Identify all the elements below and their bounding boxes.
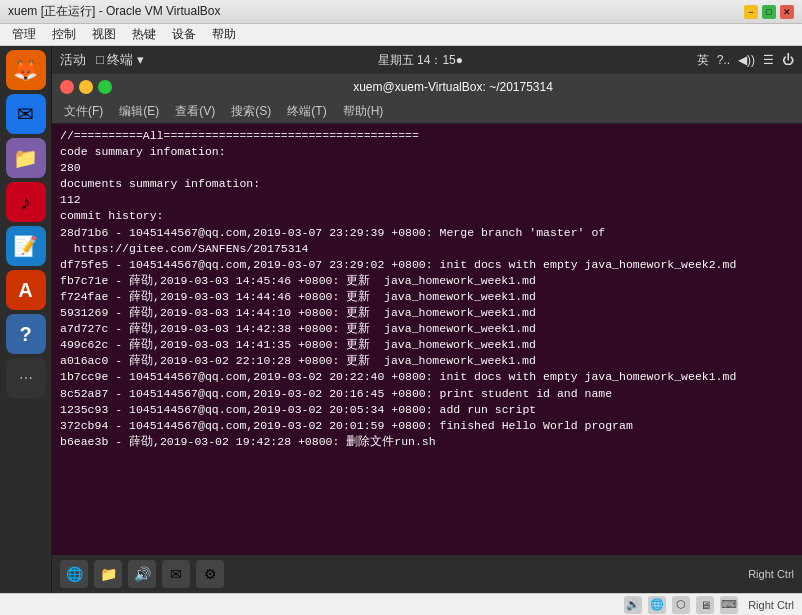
- status-icon-usb[interactable]: ⬡: [672, 596, 690, 614]
- launcher-icon-thunderbird[interactable]: ✉: [6, 94, 46, 134]
- terminal-line: f724fae - 薛劭,2019-03-03 14:44:46 +0800: …: [60, 289, 794, 305]
- right-ctrl-status: Right Ctrl: [748, 599, 794, 611]
- panel-datetime[interactable]: 星期五 14：15●: [144, 52, 697, 69]
- terminal-titlebar: xuem@xuem-VirtualBox: ~/20175314: [52, 74, 802, 100]
- vbox-titlebar: xuem [正在运行] - Oracle VM VirtualBox − □ ✕: [0, 0, 802, 24]
- vbox-menu-manage[interactable]: 管理: [6, 24, 42, 45]
- terminal-menu-terminal[interactable]: 终端(T): [281, 101, 332, 122]
- terminal-line: 372cb94 - 1045144567@qq.com,2019-03-02 2…: [60, 418, 794, 434]
- terminal-line: documents summary infomation:: [60, 176, 794, 192]
- terminal-window-controls: [60, 80, 112, 94]
- vbox-menu-devices[interactable]: 设备: [166, 24, 202, 45]
- terminal-line: https://gitee.com/SANFENs/20175314: [60, 241, 794, 257]
- terminal-line: b6eae3b - 薛劭,2019-03-02 19:42:28 +0800: …: [60, 434, 794, 450]
- vbox-minimize-button[interactable]: −: [744, 5, 758, 19]
- taskbar-icon-folder[interactable]: 📁: [94, 560, 122, 588]
- terminal-maximize-button[interactable]: [98, 80, 112, 94]
- launcher-icon-font[interactable]: A: [6, 270, 46, 310]
- activities-button[interactable]: 活动: [60, 51, 86, 69]
- terminal-menu-search[interactable]: 搜索(S): [225, 101, 277, 122]
- terminal-menu-help[interactable]: 帮助(H): [337, 101, 390, 122]
- vbox-menubar: 管理 控制 视图 热键 设备 帮助: [0, 24, 802, 46]
- taskbar-icon-settings[interactable]: ⚙: [196, 560, 224, 588]
- launcher-icon-help[interactable]: ?: [6, 314, 46, 354]
- terminal-content[interactable]: //==========All=========================…: [52, 124, 802, 555]
- launcher-icon-apps-grid[interactable]: ⋯: [6, 358, 46, 398]
- status-icon-keyboard[interactable]: ⌨: [720, 596, 738, 614]
- taskbar-icon-network[interactable]: 🌐: [60, 560, 88, 588]
- panel-power-icon[interactable]: ⏻: [782, 53, 794, 67]
- ubuntu-desktop: 🦊 ✉ 📁 ♪ 📝 A ? ⋯ 活动 □ 终端 ▾ 星期五 14：15● 英 ?…: [0, 46, 802, 593]
- vbox-statusbar: 🔊 🌐 ⬡ 🖥 ⌨ Right Ctrl: [0, 593, 802, 615]
- status-icon-group: 🔊 🌐 ⬡ 🖥 ⌨ Right Ctrl: [624, 596, 794, 614]
- terminal-line: //==========All=========================…: [60, 128, 794, 144]
- unity-launcher: 🦊 ✉ 📁 ♪ 📝 A ? ⋯: [0, 46, 52, 593]
- terminal-line: 28d71b6 - 1045144567@qq.com,2019-03-07 2…: [60, 225, 794, 241]
- vbox-title-text: xuem [正在运行] - Oracle VM VirtualBox: [8, 3, 744, 20]
- panel-indicator-1[interactable]: ?..: [717, 53, 730, 67]
- panel-volume-icon[interactable]: ◀)): [738, 53, 755, 67]
- terminal-line: code summary infomation:: [60, 144, 794, 160]
- terminal-close-button[interactable]: [60, 80, 74, 94]
- launcher-icon-files[interactable]: 📁: [6, 138, 46, 178]
- vbox-close-button[interactable]: ✕: [780, 5, 794, 19]
- terminal-title: xuem@xuem-VirtualBox: ~/20175314: [112, 80, 794, 94]
- launcher-icon-libreoffice[interactable]: 📝: [6, 226, 46, 266]
- vbox-menu-help[interactable]: 帮助: [206, 24, 242, 45]
- panel-left: 活动 □ 终端 ▾: [60, 51, 144, 69]
- status-icon-audio[interactable]: 🔊: [624, 596, 642, 614]
- launcher-icon-rhythmbox[interactable]: ♪: [6, 182, 46, 222]
- status-icon-network[interactable]: 🌐: [648, 596, 666, 614]
- vbox-menu-control[interactable]: 控制: [46, 24, 82, 45]
- ubuntu-top-panel: 活动 □ 终端 ▾ 星期五 14：15● 英 ?.. ◀)) ☰ ⏻: [52, 46, 802, 74]
- terminal-line: a7d727c - 薛劭,2019-03-03 14:42:38 +0800: …: [60, 321, 794, 337]
- status-icon-display[interactable]: 🖥: [696, 596, 714, 614]
- terminal-line: 8c52a87 - 1045144567@qq.com,2019-03-02 2…: [60, 386, 794, 402]
- taskbar-icon-volume[interactable]: 🔊: [128, 560, 156, 588]
- terminal-panel-button[interactable]: □ 终端 ▾: [96, 51, 144, 69]
- virtualbox-window: xuem [正在运行] - Oracle VM VirtualBox − □ ✕…: [0, 0, 802, 615]
- panel-lang[interactable]: 英: [697, 52, 709, 69]
- ubuntu-bottom-taskbar: 🌐 📁 🔊 ✉ ⚙ Right Ctrl: [52, 555, 802, 593]
- panel-keyboard-icon[interactable]: ☰: [763, 53, 774, 67]
- right-ctrl-label: Right Ctrl: [748, 568, 794, 580]
- terminal-line: df75fe5 - 1045144567@qq.com,2019-03-07 2…: [60, 257, 794, 273]
- terminal-line: 1b7cc9e - 1045144567@qq.com,2019-03-02 2…: [60, 369, 794, 385]
- terminal-line: commit history:: [60, 208, 794, 224]
- terminal-line: 499c62c - 薛劭,2019-03-03 14:41:35 +0800: …: [60, 337, 794, 353]
- terminal-app-window: xuem@xuem-VirtualBox: ~/20175314 文件(F) 编…: [52, 74, 802, 555]
- terminal-line: 1235c93 - 1045144567@qq.com,2019-03-02 2…: [60, 402, 794, 418]
- terminal-line: fb7c71e - 薛劭,2019-03-03 14:45:46 +0800: …: [60, 273, 794, 289]
- taskbar-icon-email[interactable]: ✉: [162, 560, 190, 588]
- vbox-menu-view[interactable]: 视图: [86, 24, 122, 45]
- terminal-minimize-button[interactable]: [79, 80, 93, 94]
- terminal-menu-file[interactable]: 文件(F): [58, 101, 109, 122]
- terminal-menu-view[interactable]: 查看(V): [169, 101, 221, 122]
- vbox-window-controls: − □ ✕: [744, 5, 794, 19]
- terminal-line: 280: [60, 160, 794, 176]
- terminal-menu-edit[interactable]: 编辑(E): [113, 101, 165, 122]
- panel-right: 英 ?.. ◀)) ☰ ⏻: [697, 52, 794, 69]
- terminal-menubar: 文件(F) 编辑(E) 查看(V) 搜索(S) 终端(T) 帮助(H): [52, 100, 802, 124]
- vbox-maximize-button[interactable]: □: [762, 5, 776, 19]
- terminal-line: 5931269 - 薛劭,2019-03-03 14:44:10 +0800: …: [60, 305, 794, 321]
- vbox-menu-hotkey[interactable]: 热键: [126, 24, 162, 45]
- launcher-icon-firefox[interactable]: 🦊: [6, 50, 46, 90]
- terminal-line: 112: [60, 192, 794, 208]
- terminal-line: a016ac0 - 薛劭,2019-03-02 22:10:28 +0800: …: [60, 353, 794, 369]
